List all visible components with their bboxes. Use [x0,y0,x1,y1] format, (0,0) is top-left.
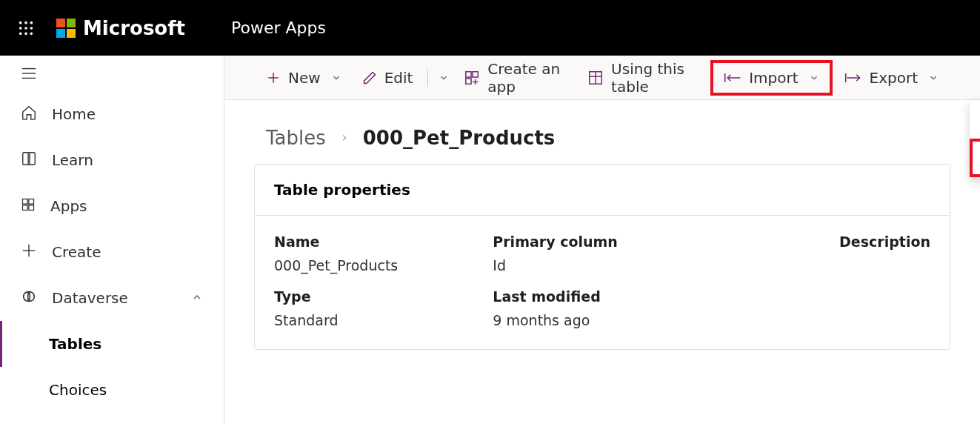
cmd-label: Export [870,69,918,87]
prop-type-label: Type [274,288,493,305]
chevron-down-icon [809,69,819,87]
edit-split-button[interactable] [424,64,452,91]
svg-point-7 [24,32,27,35]
sidebar-item-home[interactable]: Home [0,91,224,137]
app-launcher-icon[interactable] [18,20,34,36]
svg-rect-15 [29,205,34,210]
import-button[interactable]: Import [716,64,826,91]
svg-rect-14 [23,205,28,210]
home-icon [21,105,37,125]
breadcrumb-current: 000_Pet_Products [363,127,556,149]
create-app-button[interactable]: Create an app [455,56,576,100]
prop-modified-label: Last modified [493,288,711,305]
microsoft-brand-text: Microsoft [83,17,185,39]
import-highlight: Import [710,60,832,96]
svg-point-2 [30,21,33,24]
export-arrow-icon [844,71,862,85]
sidebar-sublabel: Choices [49,381,107,399]
dataverse-icon [21,288,37,308]
svg-point-1 [24,21,27,24]
svg-point-5 [30,27,33,30]
prop-name-value: 000_Pet_Products [274,257,493,274]
sidebar-label: Dataverse [52,289,128,307]
svg-rect-20 [466,71,471,76]
svg-rect-21 [466,78,471,83]
prop-primary-label: Primary column [493,233,711,250]
app-plus-icon [464,70,480,86]
breadcrumb: Tables 000_Pet_Products [224,100,980,164]
svg-point-8 [30,32,33,35]
sidebar-label: Learn [52,151,93,169]
prop-modified-value: 9 months ago [493,312,711,328]
main-area: New Edit Create an app Using this table [224,56,980,424]
sidebar-subitem-choices[interactable]: Choices [0,367,224,413]
import-arrow-icon [724,71,741,85]
cmd-label: Edit [384,69,413,87]
microsoft-logo-icon [56,19,76,38]
chevron-up-icon [191,289,203,307]
svg-point-3 [19,27,22,30]
chevron-right-icon [339,129,350,147]
sidebar-sublabel: Tables [49,335,101,353]
prop-description-label: Description [712,233,930,250]
svg-point-6 [19,32,22,35]
app-title: Power Apps [231,19,326,37]
prop-name-label: Name [274,233,493,250]
prop-primary-value: Id [493,257,711,274]
sidebar-item-apps[interactable]: Apps [0,183,224,229]
plus-icon [21,242,37,262]
svg-rect-12 [23,199,28,204]
sidebar-item-learn[interactable]: Learn [0,137,224,183]
card-title: Table properties [255,165,950,216]
table-icon [587,70,604,86]
cmd-label: New [288,69,321,87]
grid-icon [21,197,36,216]
svg-point-4 [24,27,27,30]
chevron-down-icon [331,69,341,87]
microsoft-logo[interactable]: Microsoft [56,17,185,39]
new-button[interactable]: New [257,64,350,91]
import-excel-menuitem[interactable]: X Import data from Excel [970,139,980,177]
export-button[interactable]: Export [836,64,947,91]
book-icon [21,150,37,170]
svg-point-0 [19,21,22,24]
prop-type-value: Standard [274,312,493,328]
sidebar-item-dataverse[interactable]: Dataverse [0,275,224,321]
cmd-label: Using this table [611,60,699,96]
hamburger-button[interactable] [0,56,224,91]
breadcrumb-root[interactable]: Tables [266,127,326,149]
table-properties-card: Table properties Name 000_Pet_Products T… [254,164,950,350]
sidebar-label: Apps [50,197,87,215]
import-dropdown: Import data X Import data from Excel [970,100,980,177]
using-table-button[interactable]: Using this table [579,56,707,100]
pencil-icon [362,70,377,85]
cmd-label: Create an app [487,60,567,96]
import-data-menuitem[interactable]: Import data [970,100,980,139]
command-bar: New Edit Create an app Using this table [224,56,980,100]
chevron-down-icon [439,69,449,87]
edit-button[interactable]: Edit [353,64,422,91]
sidebar-item-create[interactable]: Create [0,229,224,275]
sidebar-label: Create [52,243,101,261]
sidebar: Home Learn Apps Create Dataverse Tables … [0,56,224,424]
plus-icon [266,70,281,85]
sidebar-subitem-tables[interactable]: Tables [0,321,224,367]
chevron-down-icon [928,69,939,87]
svg-rect-22 [473,71,478,76]
top-header: Microsoft Power Apps [0,0,980,56]
svg-rect-13 [29,199,34,204]
sidebar-label: Home [52,105,96,123]
cmd-label: Import [749,69,798,87]
